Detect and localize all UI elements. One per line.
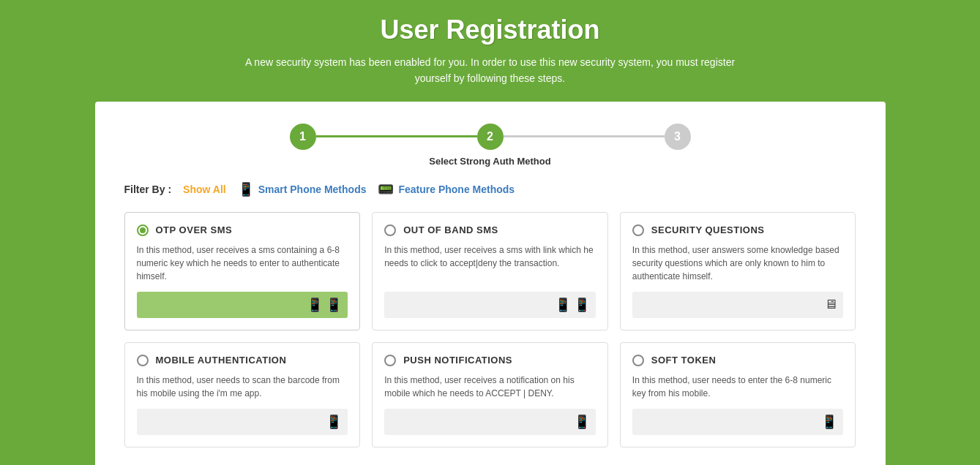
method-footer-push-notifications: 📱 <box>384 409 596 435</box>
smart-phone-icon-pn: 📱 <box>574 414 590 430</box>
method-card-otp-sms[interactable]: OTP OVER SMS In this method, user receiv… <box>124 212 361 330</box>
filter-smartphone-btn[interactable]: 📱 Smart Phone Methods <box>238 181 367 197</box>
method-header-soft-token: SOFT TOKEN <box>632 355 844 366</box>
method-footer-soft-token: 📱 <box>632 409 844 435</box>
method-footer-security-questions: 🖥 <box>632 292 844 318</box>
smart-phone-icon-otp: 📱 <box>326 297 342 313</box>
page-subtitle: A new security system has been enabled f… <box>234 54 747 87</box>
stepper: 1 2 3 <box>124 124 856 150</box>
filter-featurephone-btn[interactable]: 📟 Feature Phone Methods <box>378 181 515 197</box>
feature-phone-icon-otp: 📱 <box>307 297 323 313</box>
step-3: 3 <box>665 124 691 150</box>
method-desc-otp-sms: In this method, user receives a sms cont… <box>137 243 348 283</box>
step-line-2 <box>504 135 665 137</box>
stepper-label: Select Strong Auth Method <box>124 156 856 167</box>
step-2-number: 2 <box>487 130 493 143</box>
method-desc-mobile-auth: In this method, user needs to scan the b… <box>137 374 348 400</box>
step-1-number: 1 <box>299 130 306 143</box>
method-card-soft-token[interactable]: SOFT TOKEN In this method, user needs to… <box>620 342 856 447</box>
radio-push-notifications[interactable] <box>384 355 396 366</box>
method-desc-soft-token: In this method, user needs to enter the … <box>632 374 844 400</box>
radio-security-questions[interactable] <box>632 224 644 236</box>
radio-mobile-auth[interactable] <box>137 355 149 366</box>
method-title-out-of-band-sms: OUT OF BAND SMS <box>403 224 498 235</box>
method-title-push-notifications: PUSH NOTIFICATIONS <box>403 355 512 366</box>
smart-phone-icon-ma: 📱 <box>326 414 342 430</box>
feature-phone-icon-oob: 📱 <box>555 297 571 313</box>
smart-phone-icon-st: 📱 <box>821 414 837 430</box>
featurephone-icon: 📟 <box>378 181 394 197</box>
method-footer-out-of-band-sms: 📱 📱 <box>384 292 596 318</box>
filter-show-all[interactable]: Show All <box>183 184 226 195</box>
method-header-out-of-band-sms: OUT OF BAND SMS <box>384 224 596 236</box>
filter-featurephone-label: Feature Phone Methods <box>398 184 515 195</box>
method-title-security-questions: SECURITY QUESTIONS <box>651 224 765 235</box>
step-2: 2 <box>477 124 504 150</box>
method-title-otp-sms: OTP OVER SMS <box>156 224 233 235</box>
filter-label: Filter By : <box>124 184 172 195</box>
step-3-number: 3 <box>674 130 681 143</box>
step-1: 1 <box>290 124 316 150</box>
method-desc-out-of-band-sms: In this method, user receives a sms with… <box>384 243 596 283</box>
filter-bar: Filter By : Show All 📱 Smart Phone Metho… <box>124 181 856 197</box>
method-card-push-notifications[interactable]: PUSH NOTIFICATIONS In this method, user … <box>372 342 608 447</box>
method-footer-mobile-auth: 📱 <box>137 409 348 435</box>
method-footer-otp-sms: 📱 📱 <box>137 292 348 318</box>
method-card-mobile-auth[interactable]: MOBILE AUTHENTICATION In this method, us… <box>124 342 361 447</box>
method-title-soft-token: SOFT TOKEN <box>651 355 717 366</box>
radio-inner-otp-sms <box>140 227 146 233</box>
page-title: User Registration <box>29 15 951 45</box>
methods-grid: OTP OVER SMS In this method, user receiv… <box>124 212 856 447</box>
smart-phone-icon-oob: 📱 <box>574 297 590 313</box>
method-header-mobile-auth: MOBILE AUTHENTICATION <box>137 355 348 366</box>
smartphone-icon: 📱 <box>238 181 254 197</box>
method-card-security-questions[interactable]: SECURITY QUESTIONS In this method, user … <box>620 212 856 330</box>
filter-smartphone-label: Smart Phone Methods <box>258 184 367 195</box>
method-header-security-questions: SECURITY QUESTIONS <box>632 224 844 236</box>
step-wrapper: 1 2 3 <box>290 124 691 150</box>
radio-soft-token[interactable] <box>632 355 644 366</box>
method-title-mobile-auth: MOBILE AUTHENTICATION <box>156 355 287 366</box>
method-header-push-notifications: PUSH NOTIFICATIONS <box>384 355 596 366</box>
main-card: 1 2 3 Select Strong Auth Method Filter B… <box>95 102 886 465</box>
method-card-out-of-band-sms[interactable]: OUT OF BAND SMS In this method, user rec… <box>372 212 608 330</box>
radio-out-of-band-sms[interactable] <box>384 224 396 236</box>
radio-otp-sms[interactable] <box>137 224 149 236</box>
method-header-otp-sms: OTP OVER SMS <box>137 224 348 236</box>
method-desc-push-notifications: In this method, user receives a notifica… <box>384 374 596 400</box>
page-header: User Registration A new security system … <box>0 0 980 102</box>
desktop-icon-sq: 🖥 <box>824 297 837 312</box>
step-line-1 <box>316 135 477 137</box>
method-desc-security-questions: In this method, user answers some knowle… <box>632 243 844 283</box>
